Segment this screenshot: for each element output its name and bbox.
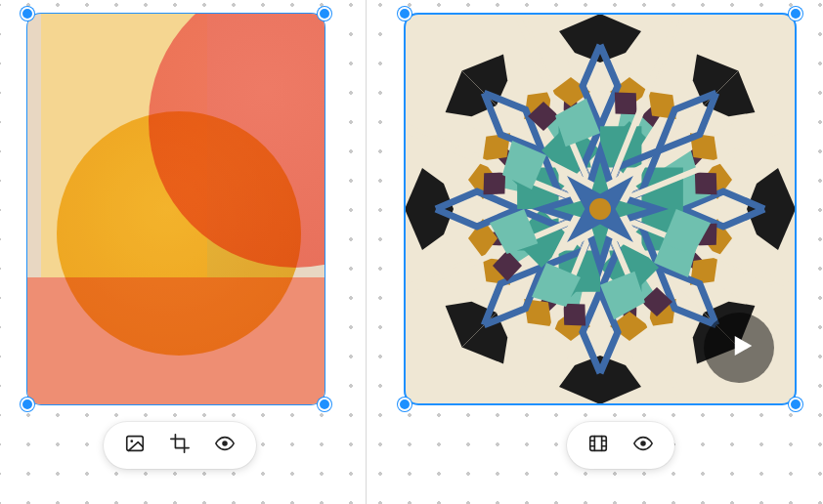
crop-icon — [169, 433, 191, 458]
svg-rect-0 — [127, 437, 144, 451]
svg-point-4 — [589, 198, 611, 220]
eye-icon — [214, 433, 236, 458]
play-icon — [722, 331, 756, 364]
canvas-item-video[interactable] — [405, 14, 796, 404]
resize-handle-nw[interactable] — [21, 7, 34, 21]
resize-handle-sw[interactable] — [21, 398, 34, 411]
panel-divider — [366, 0, 367, 504]
image-button[interactable] — [123, 434, 147, 457]
resize-handle-ne[interactable] — [318, 7, 331, 21]
canvas-item-image[interactable] — [27, 14, 325, 404]
svg-point-12 — [640, 441, 646, 446]
resize-handle-se[interactable] — [789, 398, 802, 411]
resize-handle-ne[interactable] — [789, 7, 802, 21]
play-overlay[interactable] — [704, 313, 774, 383]
svg-point-1 — [130, 440, 133, 442]
film-icon — [587, 433, 609, 458]
video-button[interactable] — [586, 434, 610, 457]
image-frame[interactable] — [27, 14, 325, 404]
eye-icon — [632, 433, 654, 458]
image-icon — [124, 433, 146, 458]
preview-button[interactable] — [631, 434, 655, 457]
svg-point-2 — [222, 441, 228, 446]
resize-handle-nw[interactable] — [398, 7, 412, 21]
image-content-abstract — [27, 14, 325, 404]
resize-handle-sw[interactable] — [398, 398, 412, 411]
preview-button[interactable] — [213, 434, 237, 457]
video-toolbar — [567, 422, 674, 469]
image-toolbar — [104, 422, 256, 469]
resize-handle-se[interactable] — [318, 398, 331, 411]
crop-button[interactable] — [168, 434, 192, 457]
svg-rect-5 — [590, 437, 607, 451]
video-frame[interactable] — [405, 14, 796, 404]
